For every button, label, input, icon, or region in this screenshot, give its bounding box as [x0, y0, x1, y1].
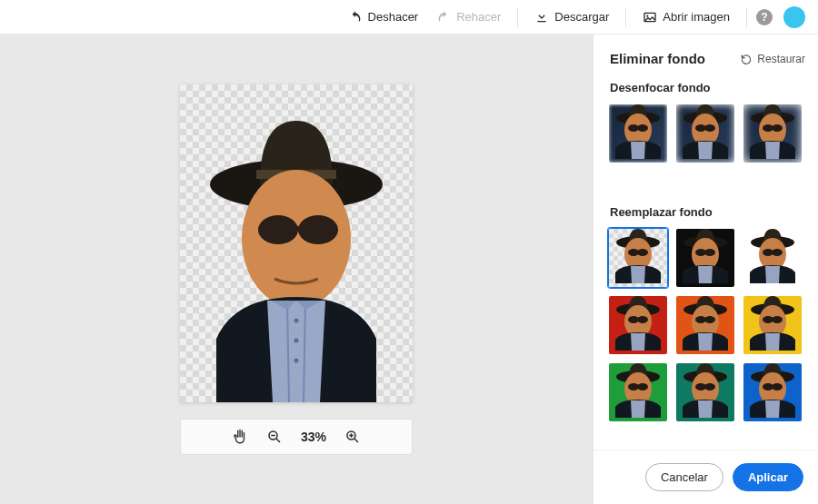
divider — [517, 7, 518, 27]
help-icon[interactable]: ? — [756, 9, 773, 25]
subject-thumb — [743, 362, 803, 421]
blur-option[interactable] — [743, 104, 803, 163]
zoom-in-button[interactable] — [344, 429, 361, 445]
blur-option[interactable] — [675, 104, 735, 163]
panel-body: Eliminar fondo Restaurar Desenfocar fond… — [594, 35, 818, 450]
image-icon — [643, 10, 657, 25]
panel-title: Eliminar fondo — [610, 51, 705, 66]
panel-header: Eliminar fondo Restaurar — [594, 35, 818, 74]
divider — [625, 7, 626, 27]
zoom-out-icon — [266, 429, 283, 445]
replace-section-label: Reemplazar fondo — [594, 198, 818, 228]
top-toolbar: Deshacer Rehacer Descargar Abrir imagen … — [0, 0, 818, 35]
download-button[interactable]: Descargar — [527, 6, 616, 28]
subject-thumb — [675, 295, 735, 354]
canvas-area: 33% — [0, 35, 593, 504]
main-area: 33% Eliminar fondo Restaurar Desenfocar … — [0, 35, 818, 504]
pan-hand-button[interactable] — [232, 429, 248, 445]
restore-label: Restaurar — [757, 53, 805, 65]
blur-option[interactable] — [608, 104, 668, 163]
zoom-out-button[interactable] — [266, 429, 283, 445]
replace-option[interactable] — [743, 362, 803, 422]
blur-section-label: Desenfocar fondo — [594, 74, 818, 104]
canvas-wrap: 33% — [180, 84, 413, 455]
subject-thumb — [675, 104, 735, 163]
restore-icon — [740, 53, 753, 65]
apply-button[interactable]: Aplicar — [733, 463, 803, 491]
svg-point-14 — [647, 15, 649, 16]
zoom-in-icon — [344, 429, 361, 445]
redo-button: Rehacer — [429, 6, 508, 28]
zoom-value: 33% — [301, 430, 326, 444]
subject-thumb — [608, 362, 668, 421]
side-panel: Eliminar fondo Restaurar Desenfocar fond… — [593, 35, 818, 504]
replace-option[interactable] — [608, 295, 668, 355]
open-image-label: Abrir imagen — [663, 10, 730, 24]
svg-line-16 — [276, 439, 280, 442]
undo-button[interactable]: Deshacer — [341, 6, 426, 28]
redo-icon — [436, 10, 451, 25]
subject-thumb — [608, 228, 668, 287]
download-label: Descargar — [554, 10, 609, 24]
replace-option[interactable] — [675, 295, 735, 355]
replace-option[interactable] — [608, 228, 668, 288]
subject-thumb — [675, 228, 735, 287]
replace-option[interactable] — [675, 362, 735, 422]
replace-option[interactable] — [743, 295, 803, 355]
restore-button[interactable]: Restaurar — [740, 53, 805, 65]
zoom-bar: 33% — [180, 419, 413, 455]
subject-thumb — [743, 295, 803, 354]
subject-thumb — [743, 104, 803, 163]
download-icon — [534, 10, 549, 25]
canvas[interactable] — [180, 84, 413, 402]
undo-icon — [348, 10, 363, 25]
replace-option[interactable] — [743, 228, 803, 288]
replace-option[interactable] — [675, 228, 735, 288]
avatar[interactable] — [783, 6, 805, 28]
cancel-button[interactable]: Cancelar — [645, 463, 723, 491]
replace-option[interactable] — [608, 362, 668, 422]
subject-thumb — [608, 295, 668, 354]
open-image-button[interactable]: Abrir imagen — [635, 6, 737, 28]
subject-thumb — [608, 104, 668, 163]
subject-thumb — [743, 228, 803, 287]
blur-options — [594, 104, 818, 173]
subject-thumb — [675, 362, 735, 421]
divider — [746, 7, 747, 27]
svg-line-19 — [354, 439, 358, 442]
undo-label: Deshacer — [368, 10, 419, 24]
replace-options — [594, 228, 818, 431]
subject-image — [180, 84, 413, 402]
panel-footer: Cancelar Aplicar — [594, 450, 818, 504]
hand-icon — [232, 429, 248, 445]
redo-label: Rehacer — [456, 10, 501, 24]
